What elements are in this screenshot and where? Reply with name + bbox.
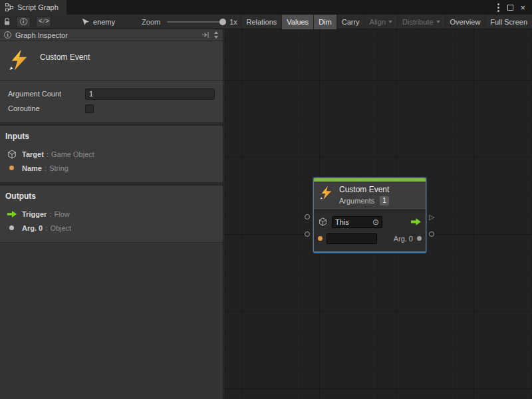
custom-event-node[interactable]: Custom Event Arguments 1 This ⊙ xyxy=(313,178,426,252)
object-port-dot xyxy=(7,225,17,230)
arg0-port[interactable] xyxy=(417,236,422,241)
scroll-arrows-icon[interactable] xyxy=(214,31,219,39)
chevron-down-icon xyxy=(436,21,440,23)
cube-icon xyxy=(318,217,328,226)
align-dropdown[interactable]: Align xyxy=(364,15,397,29)
code-preview-button[interactable]: <∕> xyxy=(36,17,51,27)
input-row-target: Target : Game Object xyxy=(5,147,217,161)
tab-label: Script Graph xyxy=(17,3,59,11)
object-picker-icon[interactable]: ⊙ xyxy=(372,218,379,226)
zoom-value: 1x xyxy=(229,18,237,26)
tab-script-graph[interactable]: Script Graph xyxy=(0,0,66,15)
event-name-input[interactable] xyxy=(327,233,377,244)
dim-button[interactable]: Dim xyxy=(313,15,336,29)
toolbar-buttons: Relations Values Dim Carry Align Distrib… xyxy=(241,15,532,29)
node-body: This ⊙ Arg. 0 xyxy=(314,210,426,251)
node-row-arg0: Arg. 0 xyxy=(318,230,422,247)
graph-inspector-panel: i Graph Inspector Custom Event Argument … xyxy=(0,29,223,399)
zoom-slider-knob[interactable] xyxy=(219,19,226,25)
inputs-section: Inputs Target : Game Object Name : Strin… xyxy=(0,126,223,183)
lock-icon xyxy=(3,17,11,26)
string-port-dot xyxy=(7,166,17,170)
zoom-label: Zoom xyxy=(142,18,160,26)
title-bar: Script Graph × xyxy=(0,0,532,15)
custom-event-icon xyxy=(8,49,31,71)
node-arguments-value[interactable]: 1 xyxy=(380,196,389,205)
overview-button[interactable]: Overview xyxy=(445,15,485,29)
cube-icon xyxy=(7,150,17,159)
script-graph-icon xyxy=(5,3,13,11)
maximize-button[interactable] xyxy=(507,5,513,11)
inspector-header: i Graph Inspector xyxy=(0,29,223,41)
window-menu-button[interactable] xyxy=(496,7,501,9)
info-icon: i xyxy=(20,18,27,25)
carry-button[interactable]: Carry xyxy=(336,15,364,29)
close-button[interactable]: × xyxy=(520,3,525,12)
graph-toolbar: i <∕> enemy Zoom 1x Relations Values Dim… xyxy=(0,15,532,29)
relations-button[interactable]: Relations xyxy=(241,15,281,29)
coroutine-label: Coroutine xyxy=(8,104,85,112)
flow-arrow-icon xyxy=(411,218,421,225)
kebab-icon xyxy=(497,7,499,9)
zoom-slider[interactable] xyxy=(167,21,224,23)
external-input-port-target[interactable] xyxy=(305,214,310,219)
chevron-down-icon xyxy=(388,21,392,23)
name-port[interactable] xyxy=(318,236,323,241)
node-arguments-label: Arguments xyxy=(339,197,374,205)
inspector-title: Graph Inspector xyxy=(15,31,68,39)
graph-context[interactable]: enemy xyxy=(82,18,115,26)
outputs-title: Outputs xyxy=(5,192,217,201)
node-title: Custom Event xyxy=(339,185,389,194)
outputs-section: Outputs Trigger : Flow Arg. 0 : Object xyxy=(0,186,223,243)
target-dropdown[interactable]: This ⊙ xyxy=(332,216,382,228)
event-title: Custom Event xyxy=(40,53,90,62)
dock-icon[interactable] xyxy=(201,31,209,39)
trigger-port[interactable] xyxy=(411,218,421,225)
cursor-icon xyxy=(82,18,90,26)
external-output-port-arg0[interactable] xyxy=(429,231,434,237)
node-row-target: This ⊙ xyxy=(318,213,422,230)
inputs-title: Inputs xyxy=(5,132,217,141)
input-row-name: Name : String xyxy=(5,161,217,175)
context-label: enemy xyxy=(93,18,115,26)
flow-arrow-icon xyxy=(7,211,17,217)
lock-button[interactable] xyxy=(3,17,11,26)
distribute-dropdown[interactable]: Distribute xyxy=(397,15,444,29)
arg0-label: Arg. 0 xyxy=(394,235,413,243)
graph-canvas[interactable]: Custom Event Arguments 1 This ⊙ xyxy=(224,29,532,399)
inspector-toggle-button[interactable]: i xyxy=(16,17,31,27)
values-button[interactable]: Values xyxy=(281,15,313,29)
event-header-section: Custom Event xyxy=(0,41,223,81)
custom-event-icon xyxy=(319,185,334,201)
info-icon: i xyxy=(4,31,11,39)
argument-count-field[interactable] xyxy=(85,88,215,100)
maximize-icon xyxy=(507,5,513,11)
node-header[interactable]: Custom Event Arguments 1 xyxy=(314,182,426,210)
argument-count-label: Argument Count xyxy=(8,90,85,98)
coroutine-checkbox[interactable] xyxy=(85,104,94,113)
output-row-arg0: Arg. 0 : Object xyxy=(5,221,217,235)
full-screen-button[interactable]: Full Screen xyxy=(485,15,532,29)
external-output-port-trigger[interactable]: ▷ xyxy=(429,213,434,221)
external-input-port-name[interactable] xyxy=(305,231,310,237)
output-row-trigger: Trigger : Flow xyxy=(5,207,217,221)
event-settings-section: Argument Count Coroutine xyxy=(0,81,223,123)
